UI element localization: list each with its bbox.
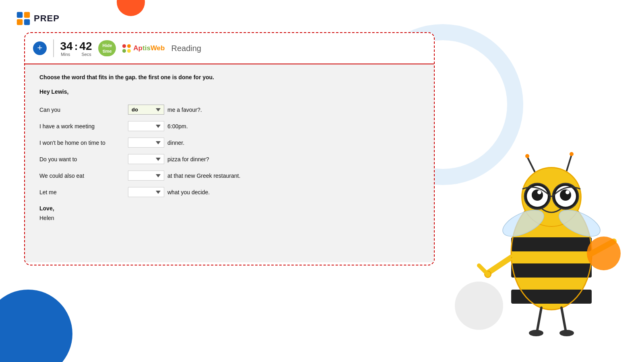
gap-suffix-6: what you decide. <box>167 189 210 195</box>
svg-point-35 <box>587 237 621 270</box>
svg-point-6 <box>525 154 529 158</box>
section-label: Reading <box>171 44 201 53</box>
gap-prefix-3: I won't be home on time to <box>39 140 128 146</box>
gap-prefix-4: Do you want to <box>39 156 128 162</box>
svg-rect-9 <box>511 237 592 251</box>
svg-line-25 <box>511 257 512 258</box>
svg-point-7 <box>570 152 574 156</box>
content-area: Choose the word that fits in the gap. th… <box>25 64 434 262</box>
greeting-text: Hey Lewis, <box>39 88 419 95</box>
aptis-logo: AptisWeb <box>122 44 165 53</box>
gap-prefix-5: We could also eat <box>39 173 128 179</box>
dot-red-1 <box>122 44 126 48</box>
svg-point-18 <box>537 190 541 194</box>
gap-select-1[interactable]: do make give <box>128 105 164 115</box>
aptis-text: AptisWeb <box>133 44 165 52</box>
svg-rect-0 <box>17 12 23 18</box>
svg-rect-10 <box>511 263 592 278</box>
dot-green-1 <box>122 49 126 53</box>
svg-rect-3 <box>24 19 30 25</box>
decorative-orange-circle <box>117 0 145 16</box>
aptis-dots <box>122 44 131 53</box>
timer-secs-label: Secs <box>81 52 91 57</box>
gap-select-2[interactable]: at until before <box>128 121 164 131</box>
timer: 34 : 42 Mins Secs <box>60 40 92 57</box>
decorative-blue-circle <box>0 290 72 362</box>
gap-row-5: We could also eat out in together at tha… <box>39 171 419 181</box>
dot-orange-1 <box>127 44 131 48</box>
svg-point-34 <box>559 330 574 336</box>
gap-suffix-2: 6:00pm. <box>167 123 188 130</box>
gap-row-4: Do you want to order make have pizza for… <box>39 154 419 164</box>
gap-row-3: I won't be home on time to make cook hav… <box>39 138 419 148</box>
main-card: + 34 : 42 Mins Secs Hidetime <box>24 32 435 265</box>
sign-off: Love, <box>39 205 419 212</box>
gap-select-5[interactable]: out in together <box>128 171 164 181</box>
gap-row-6: Let me know see hear what you decide. <box>39 187 419 197</box>
gap-suffix-4: pizza for dinner? <box>167 156 209 162</box>
svg-rect-11 <box>511 290 592 304</box>
gap-prefix-1: Can you <box>39 107 128 113</box>
svg-line-24 <box>487 257 511 274</box>
gap-prefix-6: Let me <box>39 189 128 195</box>
gap-prefix-2: I have a work meeting <box>39 123 128 130</box>
svg-rect-1 <box>24 12 30 18</box>
hide-time-button[interactable]: Hidetime <box>98 40 116 57</box>
header-divider <box>53 39 54 57</box>
bee-character <box>475 149 628 350</box>
svg-line-32 <box>561 308 566 330</box>
plus-button[interactable]: + <box>33 41 47 55</box>
instruction-text: Choose the word that fits in the gap. th… <box>39 74 419 80</box>
header-bar: + 34 : 42 Mins Secs Hidetime <box>25 33 434 64</box>
gap-select-4[interactable]: order make have <box>128 154 164 164</box>
svg-point-17 <box>532 189 543 201</box>
svg-point-22 <box>566 190 570 194</box>
gap-row-1: Can you do make give me a favour?. <box>39 105 419 115</box>
timer-mins-label: Mins <box>61 52 70 57</box>
svg-point-21 <box>560 189 571 201</box>
svg-line-31 <box>537 308 541 330</box>
svg-point-33 <box>529 330 543 336</box>
logo-text: PREP <box>34 13 60 24</box>
timer-colon: : <box>74 40 78 53</box>
svg-line-27 <box>479 265 486 273</box>
gap-suffix-5: at that new Greek restaurant. <box>167 173 240 179</box>
bee-svg <box>475 149 628 350</box>
sign-name: Helen <box>39 215 419 221</box>
logo: PREP <box>16 11 60 26</box>
timer-secs: 42 <box>79 40 92 53</box>
svg-rect-2 <box>17 19 23 25</box>
gap-select-6[interactable]: know see hear <box>128 187 164 197</box>
gap-row-2: I have a work meeting at until before 6:… <box>39 121 419 131</box>
gap-suffix-3: dinner. <box>167 140 184 146</box>
gap-select-3[interactable]: make cook have <box>128 138 164 148</box>
gap-suffix-1: me a favour?. <box>167 107 202 113</box>
logo-icon <box>16 11 31 26</box>
timer-mins: 34 <box>60 40 73 53</box>
dot-yellow-1 <box>127 49 131 53</box>
